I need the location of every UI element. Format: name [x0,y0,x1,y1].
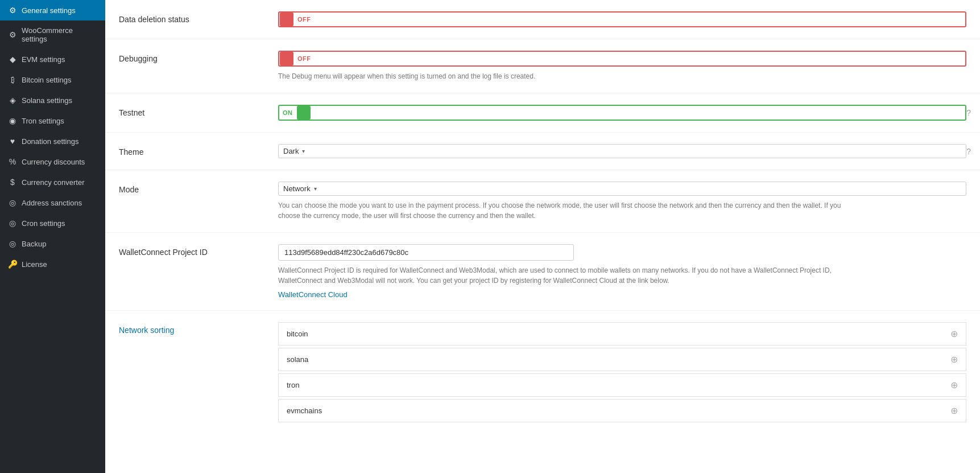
sidebar-item-label: EVM settings [22,55,65,64]
sort-item-bitcoin[interactable]: bitcoin ⊕ [278,322,966,346]
diamond-icon: ◆ [8,55,17,64]
data-deletion-control: OFF [278,11,966,27]
drag-handle-icon[interactable]: ⊕ [950,405,958,416]
sort-item-evmchains[interactable]: evmchains ⊕ [278,399,966,422]
bitcoin-icon: ₿ [8,75,17,84]
testnet-help-icon[interactable]: ? [966,108,971,117]
drag-handle-icon[interactable]: ⊕ [950,354,958,365]
debugging-description: The Debug menu will appear when this set… [278,71,847,81]
toggle-label: ON [279,109,296,116]
toggle-label: OFF [294,55,315,62]
key-icon: 🔑 [8,260,17,269]
walletconnect-label: WalletConnect Project ID [119,244,278,257]
sidebar-item-label: Currency discounts [22,158,85,166]
sidebar-item-label: Tron settings [22,117,64,125]
sidebar-item-label: Address sanctions [22,199,82,207]
theme-row: Theme Dark ▾ ? [105,133,980,170]
sidebar-item-label: WooCommerce settings [22,26,97,43]
sidebar-item-label: Bitcoin settings [22,76,71,84]
debugging-control: OFF The Debug menu will appear when this… [278,51,966,81]
sidebar-item-evm-settings[interactable]: ◆ EVM settings [0,49,105,69]
data-deletion-row: Data deletion status OFF [105,0,980,39]
main-content: Data deletion status OFF Debugging OFF T… [105,0,980,473]
sidebar-item-license[interactable]: 🔑 License [0,254,105,274]
drag-handle-icon[interactable]: ⊕ [950,328,958,339]
heart-icon: ♥ [8,137,17,146]
walletconnect-input[interactable] [278,244,574,261]
toggle-knob [297,106,311,120]
testnet-toggle[interactable]: ON [278,105,966,121]
toggle-label: OFF [294,16,315,23]
sidebar-item-label: Solana settings [22,96,72,105]
toggle-knob [280,52,293,65]
sidebar-item-donation-settings[interactable]: ♥ Donation settings [0,131,105,151]
network-sorting-title: Network sorting [119,326,174,335]
sidebar-item-solana-settings[interactable]: ◈ Solana settings [0,90,105,110]
sidebar-item-woocommerce-settings[interactable]: ⚙ WooCommerce settings [0,20,105,49]
theme-select[interactable]: Dark ▾ [278,144,966,158]
mode-label: Mode [119,182,278,194]
toggle-knob [280,13,293,26]
drag-handle-icon[interactable]: ⊕ [950,380,958,390]
data-deletion-toggle[interactable]: OFF [278,11,966,27]
sort-item-tron[interactable]: tron ⊕ [278,373,966,397]
sort-item-label: evmchains [287,406,322,415]
theme-label: Theme [119,144,278,157]
debugging-row: Debugging OFF The Debug menu will appear… [105,39,980,93]
sort-item-label: tron [287,381,299,389]
mode-row: Mode Network ▾ You can choose the mode y… [105,170,980,233]
sort-item-label: solana [287,355,308,364]
solana-icon: ◈ [8,96,17,105]
tron-icon: ◉ [8,116,17,125]
sort-item-solana[interactable]: solana ⊕ [278,348,966,371]
sidebar-item-currency-converter[interactable]: $ Currency converter [0,172,105,192]
data-deletion-label: Data deletion status [119,11,278,24]
gear-icon: ⚙ [8,30,17,39]
sidebar-item-label: Donation settings [22,137,78,146]
walletconnect-description: WalletConnect Project ID is required for… [278,265,847,286]
sort-item-label: bitcoin [287,330,308,338]
mode-description: You can choose the mode you want to use … [278,200,847,221]
network-sorting-row: Network sorting bitcoin ⊕ solana ⊕ tron … [105,311,980,434]
mode-value: Network [283,184,311,193]
mode-control: Network ▾ You can choose the mode you wa… [278,182,966,221]
debugging-toggle[interactable]: OFF [278,51,966,67]
theme-control: Dark ▾ [278,144,966,158]
network-sorting-label: Network sorting [119,322,278,335]
sidebar-item-label: Currency converter [22,178,85,187]
debugging-label: Debugging [119,51,278,63]
percent-icon: % [8,157,17,166]
sidebar-item-currency-discounts[interactable]: % Currency discounts [0,151,105,172]
testnet-row: Testnet ON ? [105,93,980,133]
sidebar-item-bitcoin-settings[interactable]: ₿ Bitcoin settings [0,69,105,90]
sidebar-item-general-settings[interactable]: ⚙ General settings [0,0,105,20]
sidebar-item-cron-settings[interactable]: ◎ Cron settings [0,213,105,233]
sidebar-item-label: Cron settings [22,219,65,228]
sidebar-item-address-sanctions[interactable]: ◎ Address sanctions [0,192,105,213]
theme-value: Dark [283,147,299,155]
testnet-control: ON [278,105,966,121]
walletconnect-control: WalletConnect Project ID is required for… [278,244,966,299]
gear-icon: ⚙ [8,6,17,15]
shield-icon: ◎ [8,198,17,207]
clock-icon: ◎ [8,219,17,228]
sidebar-item-label: General settings [22,6,76,15]
sidebar-item-backup[interactable]: ◎ Backup [0,233,105,254]
testnet-label: Testnet [119,105,278,117]
network-sorting-list: bitcoin ⊕ solana ⊕ tron ⊕ evmchains ⊕ [278,322,966,422]
sidebar-item-label: License [22,260,47,269]
sidebar-item-label: Backup [22,240,46,248]
walletconnect-cloud-link[interactable]: WalletConnect Cloud [278,290,966,299]
chevron-down-icon: ▾ [302,148,305,154]
dollar-icon: $ [8,178,17,187]
sidebar: ⚙ General settings ⚙ WooCommerce setting… [0,0,105,473]
theme-help-icon[interactable]: ? [966,147,971,156]
mode-select[interactable]: Network ▾ [278,182,966,196]
walletconnect-row: WalletConnect Project ID WalletConnect P… [105,233,980,311]
backup-icon: ◎ [8,239,17,248]
chevron-down-icon: ▾ [314,186,317,192]
sidebar-item-tron-settings[interactable]: ◉ Tron settings [0,110,105,131]
